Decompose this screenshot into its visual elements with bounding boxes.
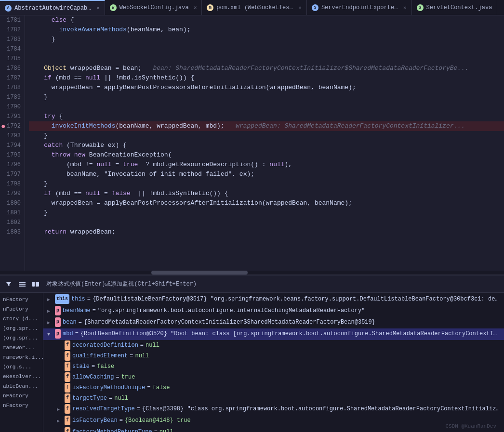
var-equals-sign: = (92, 362, 95, 371)
sidebar-item-5[interactable]: ramewor... (0, 343, 43, 353)
panel-toolbar: 对象达式求值(Enter)或添加监视(Ctrl+Shift+Enter) (0, 275, 504, 293)
var-row-5[interactable]: fqualifiedElement=null (43, 351, 504, 361)
sidebar-item-0[interactable]: nFactory (0, 295, 43, 304)
code-line-1797: beanName, "Invocation of init method fai… (29, 170, 504, 179)
line-num-1786: 1786 (2, 64, 21, 73)
tab-tab5[interactable]: SServletContext.java (412, 0, 498, 15)
sidebar-item-2[interactable]: ctory (d... (0, 314, 43, 324)
sidebar-item-8[interactable]: eResolver... (0, 372, 43, 381)
var-row-0[interactable]: ▶thisthis={DefaultListableBeanFactory@35… (43, 294, 504, 305)
expand-arrow[interactable] (57, 340, 63, 341)
expand-arrow[interactable] (57, 372, 63, 373)
tab-icon: W (110, 4, 117, 11)
code-line-1800: wrappedBean = applyBeanPostProcessorsAft… (29, 198, 504, 208)
expand-arrow[interactable]: ▶ (57, 404, 63, 415)
svg-rect-2 (19, 286, 26, 287)
expand-arrow[interactable] (57, 362, 63, 363)
line-num-1797: 1797 (2, 170, 21, 179)
code-line-1792: invokeInitMethods(beanName, wrappedBean,… (29, 121, 504, 131)
tab-close-btn[interactable]: ✕ (96, 5, 100, 11)
tab-tab3[interactable]: mpom.xml (WebSocketTest)✕ (202, 0, 307, 15)
editor-scrollbar-thumb[interactable] (151, 271, 248, 275)
code-line-1785 (29, 54, 504, 64)
expand-arrow[interactable] (57, 393, 63, 394)
var-row-9[interactable]: ftargetType=null (43, 393, 504, 404)
layout-button[interactable] (17, 279, 27, 289)
editor-scrollbar[interactable] (0, 271, 504, 275)
code-line-1801: } (29, 208, 504, 218)
var-name-label: allowCaching (72, 372, 114, 382)
sidebar-item-7[interactable]: (org.s... (0, 362, 43, 372)
type-badge: p (55, 329, 61, 339)
line-num-1791: 1791 (2, 112, 21, 121)
var-value-text: false (152, 383, 500, 393)
tab-tab2[interactable]: WWebSocketConfig.java✕ (105, 0, 202, 15)
expand-arrow[interactable] (57, 351, 63, 352)
expand-arrow[interactable]: ▶ (47, 317, 53, 328)
var-name-label: isFactoryBean (72, 416, 118, 425)
tab-tab1[interactable]: AAbstractAutowireCapableBeanFactory.java… (0, 0, 105, 15)
columns-button[interactable] (31, 279, 40, 289)
tab-close-btn[interactable]: ✕ (298, 4, 302, 11)
line-num-1790: 1790 (2, 102, 21, 112)
debug-vars-area: nFactorynFactoryctory (d...(org.spr...(o… (0, 293, 504, 432)
var-row-3[interactable]: ▼pmbd={RootBeanDefinition@3520} "Root be… (43, 328, 504, 340)
line-num-1785: 1785 (2, 54, 21, 64)
vars-panel[interactable]: ▶thisthis={DefaultListableBeanFactory@35… (43, 293, 504, 432)
tab-icon: A (5, 5, 12, 12)
expand-arrow[interactable]: ▼ (47, 329, 53, 340)
var-row-10[interactable]: ▶fresolvedTargetType={Class@3398} "class… (43, 404, 504, 415)
var-row-12[interactable]: ffactoryMethodReturnType=null (43, 427, 504, 432)
sidebar-item-1[interactable]: nFactory (0, 304, 43, 314)
sidebar-item-3[interactable]: (org.spr... (0, 324, 43, 333)
line-num-1782: 1782 (2, 25, 21, 35)
tab-tab4[interactable]: SServerEndpointExporter.class✕ (307, 0, 412, 15)
line-num-1788: 1788 (2, 83, 21, 92)
var-value-text: true (121, 372, 500, 382)
code-line-1802 (29, 218, 504, 227)
var-value-text: {SharedMetadataReaderFactoryContextIniti… (84, 317, 500, 327)
type-badge: f (65, 404, 70, 414)
var-equals-sign: = (147, 383, 150, 393)
tab-icon: S (417, 4, 424, 11)
var-equals-sign: = (109, 393, 112, 403)
expand-arrow[interactable]: ▶ (57, 416, 63, 426)
line-num-1800: 1800 (2, 198, 21, 208)
var-name-label: isFactoryMethodUnique (72, 383, 145, 393)
tab-icon: m (207, 4, 213, 11)
sidebar-item-10[interactable]: nFactory (0, 391, 43, 401)
tab-close-btn[interactable]: ✕ (403, 4, 407, 11)
tab-label: AbstractAutowireCapableBeanFactory.java (14, 5, 92, 12)
type-badge: f (65, 383, 70, 393)
var-row-1[interactable]: ▶pbeanName="org.springframework.boot.aut… (43, 305, 504, 317)
var-row-6[interactable]: fstale=false (43, 361, 504, 372)
line-num-1781: 1781 (2, 15, 21, 25)
tab-close-btn[interactable]: ✕ (194, 4, 197, 11)
filter-button[interactable] (4, 279, 13, 289)
breakpoint-indicator[interactable]: ● (1, 122, 6, 131)
expand-arrow[interactable] (57, 427, 63, 428)
var-row-11[interactable]: ▶fisFactoryBean={Boolean@4148} true (43, 415, 504, 427)
var-row-7[interactable]: fallowCaching=true (43, 372, 504, 382)
sidebar-item-9[interactable]: ableBean... (0, 381, 43, 391)
type-badge: f (65, 351, 70, 361)
type-badge: f (65, 340, 70, 350)
code-line-1790 (29, 102, 504, 112)
var-value-text: "org.springframework.boot.autoconfigure.… (98, 306, 500, 315)
var-row-8[interactable]: fisFactoryMethodUnique=false (43, 382, 504, 393)
var-value-text: {RootBeanDefinition@3520} "Root bean: cl… (80, 329, 500, 339)
var-equals-sign: = (140, 340, 144, 350)
expand-arrow[interactable]: ▶ (47, 306, 53, 316)
var-equals-sign: = (116, 372, 119, 382)
var-equals-sign: = (87, 294, 91, 304)
sidebar-item-6[interactable]: ramework.i... (0, 353, 43, 362)
var-equals-sign: = (154, 427, 158, 432)
sidebar-item-4[interactable]: (org.spr... (0, 333, 43, 343)
var-row-4[interactable]: fdecoratedDefinition=null (43, 340, 504, 351)
expand-arrow[interactable] (57, 383, 63, 384)
svg-rect-5 (38, 282, 39, 287)
code-content[interactable]: else { invokeAwareMethods(beanName, bean… (25, 15, 504, 271)
sidebar-item-11[interactable]: nFactory (0, 401, 43, 410)
var-row-2[interactable]: ▶pbean={SharedMetadataReaderFactoryConte… (43, 317, 504, 328)
expand-arrow[interactable]: ▶ (47, 294, 53, 305)
